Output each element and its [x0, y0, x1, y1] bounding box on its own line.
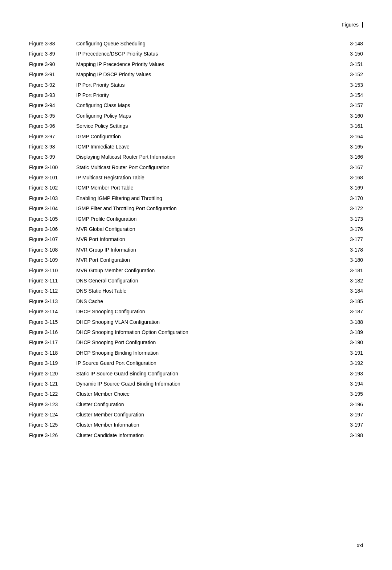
figure-title: IGMP Filter and Throttling Port Configur…	[76, 203, 334, 213]
figure-id: Figure 3-92	[29, 80, 76, 90]
figure-id: Figure 3-89	[29, 49, 76, 59]
figure-page: 3-166	[334, 152, 363, 162]
figure-id: Figure 3-103	[29, 193, 76, 203]
figure-title: MVR Port Information	[76, 234, 334, 244]
figure-title: MVR Group Member Configuration	[76, 265, 334, 276]
table-row: Figure 3-106MVR Global Configuration3-17…	[29, 224, 363, 234]
figure-title: Cluster Member Choice	[76, 389, 334, 399]
figure-title: IGMP Immediate Leave	[76, 142, 334, 152]
figure-page: 3-194	[334, 379, 363, 389]
table-row: Figure 3-119IP Source Guard Port Configu…	[29, 358, 363, 368]
figure-title: Configuring Class Maps	[76, 100, 334, 110]
table-row: Figure 3-112DNS Static Host Table3-184	[29, 286, 363, 296]
figure-page: 3-180	[334, 255, 363, 265]
figure-id: Figure 3-98	[29, 142, 76, 152]
figure-title: DNS General Configuration	[76, 276, 334, 286]
table-row: Figure 3-97IGMP Configuration3-164	[29, 131, 363, 142]
figure-page: 3-157	[334, 100, 363, 110]
figure-page: 3-197	[334, 420, 363, 430]
figure-title: IP Precedence/DSCP Priority Status	[76, 49, 334, 59]
table-row: Figure 3-90Mapping IP Precedence Priorit…	[29, 59, 363, 69]
table-row: Figure 3-102IGMP Member Port Table3-169	[29, 183, 363, 193]
figure-id: Figure 3-90	[29, 59, 76, 69]
figure-id: Figure 3-126	[29, 430, 76, 440]
figure-title: DNS Cache	[76, 296, 334, 306]
figure-id: Figure 3-116	[29, 327, 76, 337]
figure-id: Figure 3-105	[29, 214, 76, 224]
table-row: Figure 3-88Configuring Queue Scheduling3…	[29, 38, 363, 49]
figure-id: Figure 3-111	[29, 276, 76, 286]
figure-id: Figure 3-99	[29, 152, 76, 162]
figure-page: 3-164	[334, 131, 363, 142]
figure-id: Figure 3-95	[29, 111, 76, 121]
figure-title: DNS Static Host Table	[76, 286, 334, 296]
figure-page: 3-148	[334, 38, 363, 49]
figure-title: DHCP Snooping Port Configuration	[76, 337, 334, 347]
figure-id: Figure 3-96	[29, 121, 76, 131]
table-row: Figure 3-98IGMP Immediate Leave3-165	[29, 142, 363, 152]
header-label: Figures	[342, 22, 359, 28]
table-row: Figure 3-104IGMP Filter and Throttling P…	[29, 203, 363, 213]
figure-title: Mapping IP DSCP Priority Values	[76, 69, 334, 80]
figure-id: Figure 3-122	[29, 389, 76, 399]
figure-page: 3-181	[334, 265, 363, 276]
table-row: Figure 3-103Enabling IGMP Filtering and …	[29, 193, 363, 203]
table-row: Figure 3-100Static Multicast Router Port…	[29, 162, 363, 172]
figure-page: 3-193	[334, 369, 363, 379]
table-row: Figure 3-116DHCP Snooping Information Op…	[29, 327, 363, 337]
figure-id: Figure 3-114	[29, 306, 76, 317]
figure-title: Static Multicast Router Port Configurati…	[76, 162, 334, 172]
figure-page: 3-170	[334, 193, 363, 203]
figure-id: Figure 3-117	[29, 337, 76, 347]
table-row: Figure 3-92IP Port Priority Status3-153	[29, 80, 363, 90]
table-row: Figure 3-101IP Multicast Registration Ta…	[29, 172, 363, 183]
figure-title: Service Policy Settings	[76, 121, 334, 131]
figure-page: 3-189	[334, 327, 363, 337]
figure-title: MVR Port Configuration	[76, 255, 334, 265]
figure-title: Configuring Queue Scheduling	[76, 38, 334, 49]
figure-id: Figure 3-120	[29, 369, 76, 379]
table-row: Figure 3-95Configuring Policy Maps3-160	[29, 111, 363, 121]
table-row: Figure 3-108MVR Group IP Information3-17…	[29, 245, 363, 255]
table-row: Figure 3-117DHCP Snooping Port Configura…	[29, 337, 363, 347]
figure-id: Figure 3-118	[29, 348, 76, 358]
figure-id: Figure 3-124	[29, 410, 76, 420]
table-row: Figure 3-105IGMP Profile Configuration3-…	[29, 214, 363, 224]
figure-id: Figure 3-119	[29, 358, 76, 368]
table-row: Figure 3-89IP Precedence/DSCP Priority S…	[29, 49, 363, 59]
figure-title: MVR Group IP Information	[76, 245, 334, 255]
figure-id: Figure 3-88	[29, 38, 76, 49]
table-row: Figure 3-109MVR Port Configuration3-180	[29, 255, 363, 265]
table-row: Figure 3-121Dynamic IP Source Guard Bind…	[29, 379, 363, 389]
figure-id: Figure 3-91	[29, 69, 76, 80]
figure-page: 3-188	[334, 317, 363, 327]
figures-table: Figure 3-88Configuring Queue Scheduling3…	[29, 38, 363, 440]
figure-title: IP Source Guard Port Configuration	[76, 358, 334, 368]
figure-title: DHCP Snooping Configuration	[76, 306, 334, 317]
figure-title: IP Port Priority	[76, 90, 334, 100]
figure-page: 3-196	[334, 399, 363, 410]
figure-page: 3-168	[334, 172, 363, 183]
table-row: Figure 3-120Static IP Source Guard Bindi…	[29, 369, 363, 379]
figure-page: 3-161	[334, 121, 363, 131]
figure-page: 3-198	[334, 430, 363, 440]
figure-page: 3-185	[334, 296, 363, 306]
figure-id: Figure 3-115	[29, 317, 76, 327]
figure-page: 3-178	[334, 245, 363, 255]
figure-id: Figure 3-109	[29, 255, 76, 265]
page-footer: xxi	[357, 542, 363, 548]
figure-title: Mapping IP Precedence Priority Values	[76, 59, 334, 69]
figure-page: 3-173	[334, 214, 363, 224]
figure-page: 3-192	[334, 358, 363, 368]
figure-id: Figure 3-123	[29, 399, 76, 410]
figure-page: 3-190	[334, 337, 363, 347]
table-row: Figure 3-124Cluster Member Configuration…	[29, 410, 363, 420]
figure-title: IP Port Priority Status	[76, 80, 334, 90]
table-row: Figure 3-115DHCP Snooping VLAN Configura…	[29, 317, 363, 327]
figure-page: 3-150	[334, 49, 363, 59]
figure-title: IGMP Configuration	[76, 131, 334, 142]
figure-id: Figure 3-121	[29, 379, 76, 389]
figure-page: 3-177	[334, 234, 363, 244]
figure-title: Configuring Policy Maps	[76, 111, 334, 121]
figure-id: Figure 3-93	[29, 90, 76, 100]
